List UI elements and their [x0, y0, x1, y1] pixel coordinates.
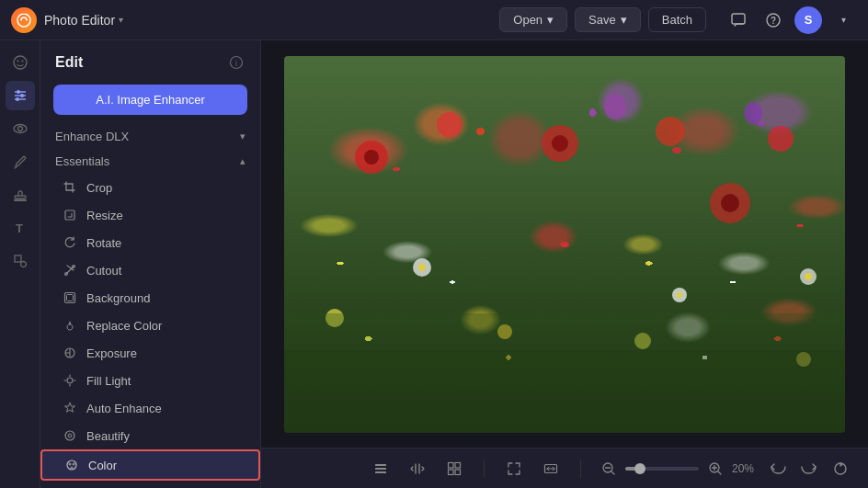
canvas-area: 20% — [261, 40, 868, 488]
section-essentials-chevron: ▴ — [240, 155, 246, 167]
save-chevron: ▾ — [621, 13, 627, 27]
icon-bar-text[interactable]: T — [6, 213, 35, 243]
svg-rect-67 — [449, 470, 454, 475]
icon-bar-brush[interactable] — [6, 147, 35, 176]
zoom-out-button[interactable] — [598, 458, 620, 480]
grid-button[interactable] — [441, 456, 467, 482]
menu-item-crop[interactable]: Crop — [40, 174, 260, 201]
open-chevron: ▾ — [547, 13, 554, 27]
menu-item-resize[interactable]: Resize — [40, 201, 260, 229]
app-title[interactable]: Photo Editor ▾ — [44, 13, 123, 28]
sidebar-info-button[interactable]: i — [227, 53, 246, 72]
canvas-content — [261, 40, 868, 448]
menu-item-rotate[interactable]: Rotate — [40, 229, 260, 256]
icon-bar-stamp[interactable] — [6, 180, 35, 210]
svg-rect-62 — [375, 464, 386, 466]
section-enhance-dlx[interactable]: Enhance DLX ▾ — [40, 124, 260, 149]
zoom-slider[interactable] — [625, 467, 699, 471]
background-icon — [63, 290, 77, 305]
app-name-chevron: ▾ — [119, 15, 123, 25]
menu-item-color[interactable]: Color — [40, 449, 260, 481]
user-menu-button[interactable]: ▾ — [829, 6, 857, 34]
photo-canvas[interactable] — [284, 56, 845, 433]
save-label: Save — [588, 13, 616, 27]
exposure-label: Exposure — [86, 346, 137, 360]
auto-enhance-icon — [63, 401, 77, 415]
zoom-controls: 20% — [598, 458, 761, 480]
fit-width-button[interactable] — [538, 456, 564, 482]
fill-light-icon — [63, 373, 77, 388]
resize-label: Resize — [86, 209, 123, 222]
svg-point-38 — [71, 467, 74, 470]
reset-button[interactable] — [828, 456, 853, 482]
undo-button[interactable] — [765, 456, 791, 482]
auto-enhance-label: Auto Enhance — [86, 402, 162, 415]
menu-item-replace-color[interactable]: Replace Color — [40, 312, 260, 339]
fit-button[interactable] — [501, 456, 527, 482]
svg-point-13 — [17, 127, 22, 131]
menu-item-exposure[interactable]: Exposure — [40, 339, 260, 367]
rotate-label: Rotate — [86, 236, 121, 250]
menu-item-auto-enhance[interactable]: Auto Enhance — [40, 394, 260, 422]
ai-enhancer-button[interactable]: A.I. Image Enhancer — [53, 85, 247, 115]
bottom-bar: 20% — [261, 448, 868, 488]
section-enhance-dlx-chevron: ▾ — [240, 131, 246, 142]
help-button[interactable]: ? — [760, 6, 787, 34]
icon-bar-eye[interactable] — [6, 114, 35, 143]
user-initial: S — [805, 13, 813, 27]
cutout-icon — [63, 263, 77, 278]
user-avatar[interactable]: S — [794, 6, 822, 34]
resize-icon — [63, 208, 77, 222]
zoom-slider-thumb — [634, 463, 645, 474]
replace-color-icon — [63, 318, 77, 333]
save-button[interactable]: Save ▾ — [575, 7, 641, 32]
icon-bar-shape[interactable] — [6, 246, 35, 276]
svg-point-3 — [14, 56, 27, 69]
compare-button[interactable] — [405, 456, 430, 482]
svg-point-18 — [20, 262, 26, 267]
svg-point-4 — [17, 61, 18, 62]
open-button[interactable]: Open ▾ — [499, 7, 567, 32]
cutout-label: Cutout — [86, 264, 121, 278]
svg-point-36 — [69, 463, 72, 466]
svg-point-11 — [16, 97, 19, 101]
sidebar-title: Edit — [55, 54, 83, 71]
svg-point-7 — [17, 90, 20, 94]
layers-button[interactable] — [368, 456, 394, 482]
svg-rect-64 — [375, 471, 386, 473]
rotate-icon — [63, 235, 77, 250]
main-layout: T Edit i A.I. Image Enhancer Enhance DLX — [0, 40, 868, 488]
color-icon — [64, 458, 79, 472]
separator — [484, 460, 485, 478]
topbar-icons: ? S ▾ — [725, 6, 857, 34]
beautify-icon — [63, 428, 77, 443]
section-essentials[interactable]: Essentials ▴ — [40, 149, 260, 174]
svg-rect-21 — [65, 210, 74, 220]
svg-rect-14 — [15, 196, 26, 199]
app-logo — [11, 7, 37, 33]
icon-bar: T — [0, 40, 40, 488]
svg-rect-66 — [455, 462, 461, 468]
batch-button[interactable]: Batch — [648, 7, 706, 32]
sidebar: Edit i A.I. Image Enhancer Enhance DLX ▾… — [40, 40, 261, 488]
icon-bar-face[interactable] — [6, 48, 35, 77]
menu-item-background[interactable]: Background — [40, 284, 260, 312]
app-name-label: Photo Editor — [44, 13, 115, 28]
menu-item-fill-light[interactable]: Fill Light — [40, 367, 260, 394]
menu-item-vibrance[interactable]: Vibrance — [40, 481, 260, 488]
svg-rect-17 — [15, 255, 21, 262]
redo-button[interactable] — [796, 456, 822, 482]
svg-text:T: T — [16, 221, 23, 235]
svg-rect-15 — [14, 199, 27, 201]
zoom-in-button[interactable] — [704, 458, 726, 480]
open-label: Open — [513, 13, 542, 27]
menu-item-cutout[interactable]: Cutout — [40, 256, 260, 284]
comment-button[interactable] — [725, 6, 752, 34]
section-essentials-label: Essentials — [55, 154, 109, 168]
svg-rect-0 — [732, 14, 745, 24]
exposure-icon — [63, 346, 77, 360]
fill-light-label: Fill Light — [86, 374, 131, 388]
menu-item-beautify[interactable]: Beautify — [40, 422, 260, 449]
svg-rect-65 — [449, 462, 454, 468]
icon-bar-sliders[interactable] — [6, 81, 35, 110]
